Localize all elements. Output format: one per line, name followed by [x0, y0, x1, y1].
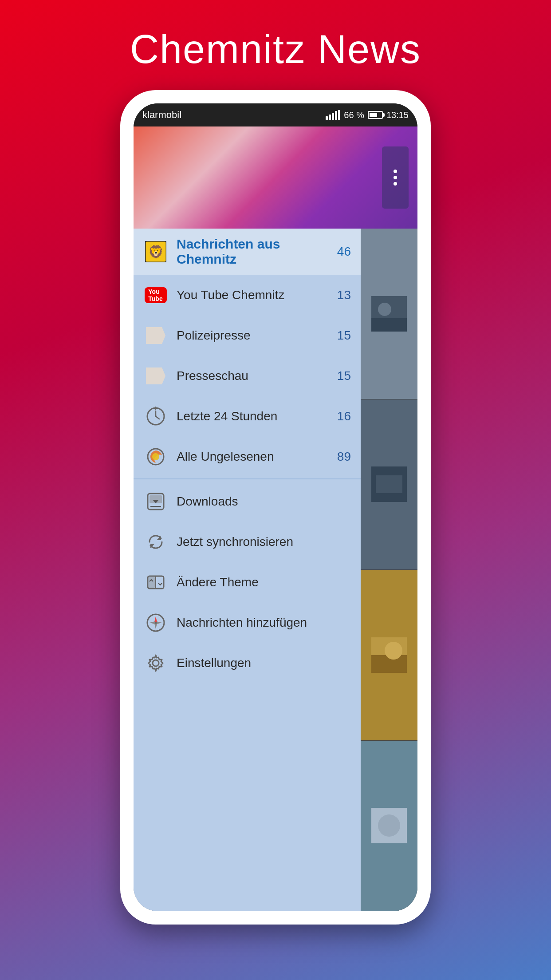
app-title: Chemnitz News — [130, 27, 421, 72]
svg-marker-25 — [157, 621, 162, 624]
svg-rect-29 — [371, 318, 407, 332]
drawer-menu: 🦁 Nachrichten aus Chemnitz 46 YouTube Yo… — [134, 229, 361, 911]
menu-item-youtube-count: 13 — [337, 288, 351, 302]
status-right: 66 % 13:15 — [326, 110, 409, 120]
screen-content: 🦁 Nachrichten aus Chemnitz 46 YouTube Yo… — [134, 229, 417, 911]
menu-item-youtube-label: You Tube Chemnitz — [168, 288, 337, 302]
app-header — [134, 126, 417, 229]
svg-marker-22 — [154, 616, 157, 622]
svg-marker-2 — [146, 327, 165, 344]
battery-icon — [368, 111, 383, 119]
menu-item-presseschau-label: Presseschau — [168, 369, 337, 383]
menu-action-addnews-label: Nachrichten hinzufügen — [168, 616, 351, 630]
svg-marker-23 — [154, 624, 157, 629]
thumbnail-4 — [361, 741, 417, 912]
youtube-icon: YouTube — [143, 283, 168, 307]
header-menu-button[interactable] — [382, 146, 409, 209]
clock-icon — [143, 404, 168, 428]
menu-action-addnews[interactable]: Nachrichten hinzufügen — [134, 602, 361, 643]
menu-item-letzte24[interactable]: Letzte 24 Stunden 16 — [134, 396, 361, 436]
polizeipresse-icon — [143, 323, 168, 348]
menu-action-sync-label: Jetzt synchronisieren — [168, 535, 351, 549]
chemnitz-icon: 🦁 — [143, 240, 168, 264]
menu-action-downloads-label: Downloads — [168, 494, 351, 509]
status-bar: klarmobil 66 % 13:15 — [134, 103, 417, 126]
presseschau-icon — [143, 364, 168, 388]
thumbnail-1 — [361, 229, 417, 399]
menu-item-polizeipresse-label: Polizeipresse — [168, 328, 337, 343]
svg-point-7 — [155, 415, 157, 417]
signal-percent: 66 % — [344, 110, 364, 120]
svg-marker-24 — [150, 621, 155, 624]
svg-text:🦁: 🦁 — [148, 245, 163, 259]
menu-action-settings-label: Einstellungen — [168, 656, 351, 670]
carrier-label: klarmobil — [142, 109, 181, 121]
menu-action-theme-label: Ändere Theme — [168, 575, 351, 589]
menu-item-alleungelesenen-label: Alle Ungelesenen — [168, 450, 337, 464]
menu-item-presseschau-count: 15 — [337, 369, 351, 383]
menu-item-nachrichten-label: Nachrichten aus Chemnitz — [168, 237, 337, 267]
signal-bars-icon — [326, 110, 340, 120]
menu-item-nachrichten-count: 46 — [337, 245, 351, 259]
menu-item-alleungelesenen-count: 89 — [337, 450, 351, 464]
time-display: 13:15 — [386, 110, 409, 120]
svg-marker-3 — [146, 368, 165, 384]
settings-gear-icon — [143, 651, 168, 675]
menu-item-nachrichten[interactable]: 🦁 Nachrichten aus Chemnitz 46 — [134, 229, 361, 275]
menu-action-settings[interactable]: Einstellungen — [134, 643, 361, 683]
menu-item-letzte24-count: 16 — [337, 409, 351, 423]
menu-item-presseschau[interactable]: Presseschau 15 — [134, 356, 361, 396]
side-thumbnails — [361, 229, 417, 911]
switch-icon — [143, 570, 168, 594]
svg-rect-19 — [149, 577, 155, 588]
svg-point-11 — [152, 453, 159, 460]
sync-icon — [143, 530, 168, 554]
menu-divider — [134, 478, 361, 479]
svg-point-28 — [378, 303, 391, 316]
svg-rect-31 — [376, 475, 402, 493]
battery-fill — [370, 113, 377, 117]
compass-icon — [143, 610, 168, 635]
menu-action-sync[interactable]: Jetzt synchronisieren — [134, 522, 361, 562]
phone-frame: klarmobil 66 % 13:15 — [120, 90, 431, 925]
phone-screen: klarmobil 66 % 13:15 — [134, 103, 417, 911]
menu-item-alleungelesenen[interactable]: Alle Ungelesenen 89 — [134, 436, 361, 477]
menu-action-theme[interactable]: Ändere Theme — [134, 562, 361, 602]
firefox-icon — [143, 444, 168, 469]
menu-action-downloads[interactable]: Downloads — [134, 481, 361, 522]
three-dots-icon — [394, 170, 397, 186]
menu-item-polizeipresse[interactable]: Polizeipresse 15 — [134, 315, 361, 356]
thumbnail-2 — [361, 399, 417, 570]
menu-item-letzte24-label: Letzte 24 Stunden — [168, 409, 337, 423]
thumbnail-3 — [361, 570, 417, 741]
svg-point-36 — [378, 814, 400, 837]
svg-rect-14 — [150, 506, 161, 507]
download-icon — [143, 489, 168, 514]
svg-point-26 — [153, 660, 159, 666]
menu-item-polizeipresse-count: 15 — [337, 328, 351, 343]
svg-point-34 — [385, 642, 402, 660]
menu-item-youtube[interactable]: YouTube You Tube Chemnitz 13 — [134, 275, 361, 315]
